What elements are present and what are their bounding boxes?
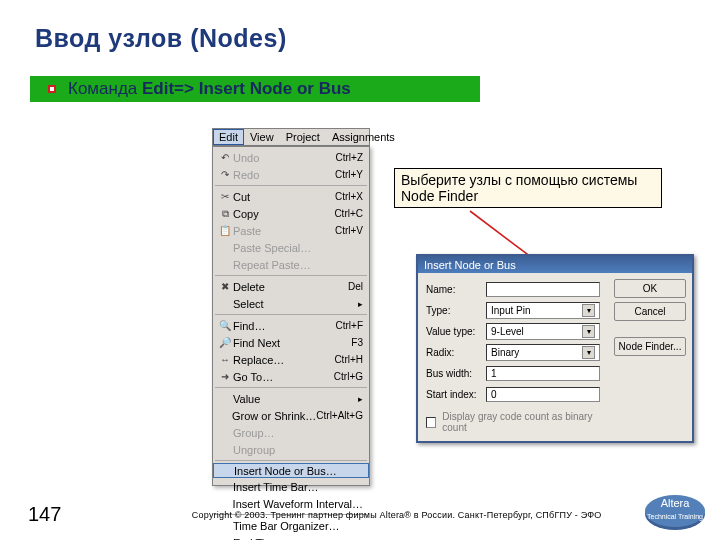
type-label: Type: xyxy=(426,305,486,316)
ok-button[interactable]: OK xyxy=(614,279,686,298)
menu-item-label: Group… xyxy=(233,427,363,439)
menu-item-label: Replace… xyxy=(233,354,334,366)
chevron-right-icon: ▸ xyxy=(358,299,363,309)
menu-item-icon: ✖ xyxy=(217,280,233,294)
menu-item-label: Find… xyxy=(233,320,336,332)
menu-item-insert-node-or-bus[interactable]: Insert Node or Bus… xyxy=(213,463,369,478)
gray-code-checkbox[interactable]: Display gray code count as binary count xyxy=(426,405,606,433)
separator xyxy=(215,275,367,276)
menu-item-label: Go To… xyxy=(233,371,334,383)
menu-item-shortcut: Ctrl+Alt+G xyxy=(316,410,363,421)
menu-item-label: Ungroup xyxy=(233,444,363,456)
menu-item-icon xyxy=(217,241,233,255)
menu-item-label: Undo xyxy=(233,152,336,164)
menu-item-grow-or-shrink[interactable]: Grow or Shrink…Ctrl+Alt+G xyxy=(213,407,369,424)
checkbox-icon[interactable] xyxy=(426,417,436,428)
copyright-text: Copyright © 2003. Тренинг партнер фирмы … xyxy=(87,510,706,520)
dialog-title: Insert Node or Bus xyxy=(418,256,692,273)
menu-item-replace[interactable]: ↔Replace…Ctrl+H xyxy=(213,351,369,368)
menu-item-icon: ✂ xyxy=(217,190,233,204)
menu-item-shortcut: Del xyxy=(348,281,363,292)
app-menu-bar[interactable]: Edit View Project Assignments xyxy=(212,128,370,146)
name-label: Name: xyxy=(426,284,486,295)
menu-item-icon: 📋 xyxy=(217,224,233,238)
menu-item-paste: 📋PasteCtrl+V xyxy=(213,222,369,239)
bus-width-label: Bus width: xyxy=(426,368,486,379)
cancel-button[interactable]: Cancel xyxy=(614,302,686,321)
menu-item-icon: ↔ xyxy=(217,353,233,367)
menu-item-ungroup: Ungroup xyxy=(213,441,369,458)
menu-item-shortcut: Ctrl+Z xyxy=(336,152,364,163)
menu-item-go-to[interactable]: ➜Go To…Ctrl+G xyxy=(213,368,369,385)
menu-item-cut[interactable]: ✂CutCtrl+X xyxy=(213,188,369,205)
menu-item-icon xyxy=(217,426,233,440)
separator xyxy=(215,314,367,315)
menu-item-label: Cut xyxy=(233,191,335,203)
radix-select[interactable]: Binary▾ xyxy=(486,344,600,361)
menu-item-icon xyxy=(217,443,233,457)
menu-item-shortcut: Ctrl+X xyxy=(335,191,363,202)
menu-item-shortcut: Ctrl+H xyxy=(334,354,363,365)
value-type-select[interactable]: 9-Level▾ xyxy=(486,323,600,340)
menu-item-label: Paste Special… xyxy=(233,242,363,254)
menu-item-select[interactable]: Select▸ xyxy=(213,295,369,312)
menu-item-value[interactable]: Value▸ xyxy=(213,390,369,407)
menu-item-paste-special: Paste Special… xyxy=(213,239,369,256)
chevron-down-icon[interactable]: ▾ xyxy=(582,304,595,317)
menu-item-icon: 🔍 xyxy=(217,319,233,333)
menu-item-icon xyxy=(217,480,233,494)
menu-item-icon: ↶ xyxy=(217,151,233,165)
menu-item-label: Grow or Shrink… xyxy=(232,410,316,422)
value-type-label: Value type: xyxy=(426,326,486,337)
menu-item-find[interactable]: 🔍Find…Ctrl+F xyxy=(213,317,369,334)
subtitle-text: Команда Edit=> Insert Node or Bus xyxy=(68,79,351,99)
menu-view[interactable]: View xyxy=(244,129,280,145)
separator xyxy=(215,387,367,388)
menu-item-copy[interactable]: ⧉CopyCtrl+C xyxy=(213,205,369,222)
menu-assignments[interactable]: Assignments xyxy=(326,129,401,145)
edit-dropdown[interactable]: ↶UndoCtrl+Z↷RedoCtrl+Y✂CutCtrl+X⧉CopyCtr… xyxy=(212,146,370,486)
bus-width-field[interactable]: 1 xyxy=(486,366,600,381)
radix-label: Radix: xyxy=(426,347,486,358)
menu-item-icon xyxy=(217,297,233,311)
menu-item-end-time[interactable]: End Time… xyxy=(213,534,369,540)
separator xyxy=(215,460,367,461)
menu-project[interactable]: Project xyxy=(280,129,326,145)
menu-item-redo: ↷RedoCtrl+Y xyxy=(213,166,369,183)
chevron-down-icon[interactable]: ▾ xyxy=(582,325,595,338)
node-finder-button[interactable]: Node Finder... xyxy=(614,337,686,356)
page-number: 147 xyxy=(28,503,61,526)
menu-item-label: Find Next xyxy=(233,337,351,349)
menu-item-label: Insert Time Bar… xyxy=(233,481,363,493)
callout-note: Выберите узлы с помощью системы Node Fin… xyxy=(394,168,662,208)
slide-title: Ввод узлов (Nodes) xyxy=(35,24,287,53)
menu-item-label: Redo xyxy=(233,169,335,181)
start-index-field[interactable]: 0 xyxy=(486,387,600,402)
menu-edit[interactable]: Edit xyxy=(213,129,244,145)
menu-item-group: Group… xyxy=(213,424,369,441)
menu-item-shortcut: Ctrl+F xyxy=(336,320,364,331)
type-select[interactable]: Input Pin▾ xyxy=(486,302,600,319)
altera-logo: Altera Technical Training xyxy=(642,484,708,532)
menu-item-delete[interactable]: ✖DeleteDel xyxy=(213,278,369,295)
menu-item-label: End Time… xyxy=(233,537,363,541)
insert-node-dialog: Insert Node or Bus OK Cancel Node Finder… xyxy=(416,254,694,443)
menu-item-label: Insert Node or Bus… xyxy=(234,465,362,477)
menu-item-shortcut: Ctrl+V xyxy=(335,225,363,236)
chevron-down-icon[interactable]: ▾ xyxy=(582,346,595,359)
menu-item-label: Repeat Paste… xyxy=(233,259,363,271)
separator xyxy=(215,185,367,186)
menu-item-shortcut: Ctrl+C xyxy=(334,208,363,219)
menu-item-label: Select xyxy=(233,298,358,310)
menu-item-insert-time-bar[interactable]: Insert Time Bar… xyxy=(213,478,369,495)
menu-item-shortcut: F3 xyxy=(351,337,363,348)
menu-item-icon xyxy=(217,392,233,406)
menu-item-label: Delete xyxy=(233,281,348,293)
menu-item-icon: ➜ xyxy=(217,370,233,384)
menu-item-undo: ↶UndoCtrl+Z xyxy=(213,149,369,166)
name-field[interactable] xyxy=(486,282,600,297)
menu-item-label: Copy xyxy=(233,208,334,220)
menu-item-icon xyxy=(217,409,232,423)
menu-item-shortcut: Ctrl+G xyxy=(334,371,363,382)
menu-item-find-next[interactable]: 🔎Find NextF3 xyxy=(213,334,369,351)
